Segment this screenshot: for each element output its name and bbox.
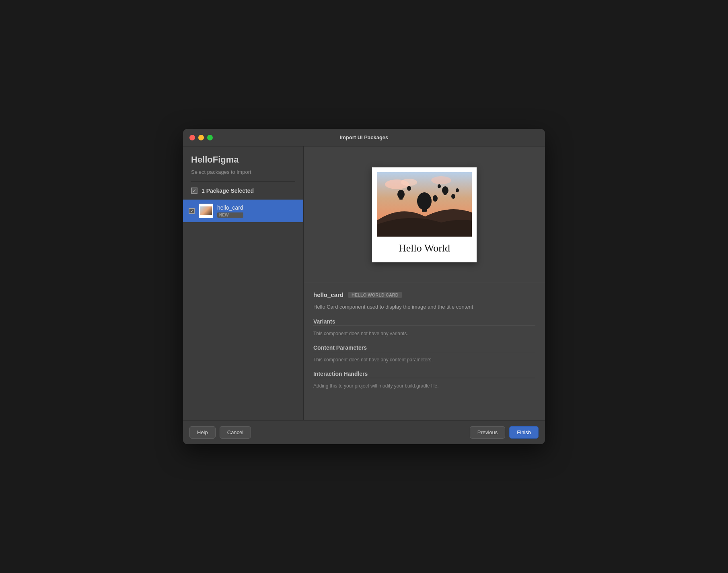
detail-description: Hello Card component used to display the… (313, 303, 535, 311)
package-list: hello_card NEW (183, 200, 303, 310)
svg-point-12 (451, 194, 455, 199)
footer-right: Previous Finish (470, 426, 539, 439)
sidebar: HelloFigma Select packages to import 1 P… (183, 146, 304, 420)
svg-point-3 (431, 176, 451, 184)
content-params-text: This component does not have any content… (313, 356, 535, 363)
svg-point-10 (433, 195, 438, 202)
package-thumbnail (199, 204, 213, 218)
svg-point-13 (456, 188, 459, 192)
svg-point-4 (417, 192, 432, 210)
window-title: Import UI Packages (340, 134, 389, 140)
svg-point-14 (438, 184, 441, 188)
traffic-lights (189, 135, 213, 140)
maximize-button[interactable] (207, 135, 213, 140)
preview-area: Hello World (304, 146, 545, 283)
card-title: Hello World (377, 242, 472, 254)
detail-header: hello_card HELLO WORLD CARD (313, 291, 535, 298)
select-all-checkbox[interactable] (191, 188, 197, 194)
variants-divider (313, 326, 535, 326)
interaction-text: Adding this to your project will modify … (313, 382, 535, 390)
card-preview: Hello World (372, 167, 477, 262)
main-window: Import UI Packages HelloFigma Select pac… (183, 129, 545, 444)
previous-button[interactable]: Previous (470, 426, 506, 439)
svg-rect-7 (399, 198, 403, 200)
card-image (377, 172, 472, 237)
content-params-title: Content Parameters (313, 344, 535, 351)
detail-area: hello_card HELLO WORLD CARD Hello Card c… (304, 283, 545, 420)
package-name: hello_card (217, 204, 243, 211)
footer-left: Help Cancel (189, 426, 251, 439)
content-area: HelloFigma Select packages to import 1 P… (183, 146, 545, 420)
interaction-divider (313, 378, 535, 378)
cancel-button[interactable]: Cancel (220, 426, 251, 439)
package-selected-row[interactable]: 1 Package Selected (183, 182, 303, 200)
interaction-title: Interaction Handlers (313, 371, 535, 377)
sidebar-header: HelloFigma Select packages to import (183, 146, 303, 181)
package-selected-label: 1 Package Selected (202, 188, 254, 194)
main-content: Hello World hello_card HELLO WORLD CARD … (304, 146, 545, 420)
content-params-divider (313, 352, 535, 352)
titlebar: Import UI Packages (183, 129, 545, 146)
card-image-svg (377, 172, 472, 237)
variants-title: Variants (313, 318, 535, 325)
finish-button[interactable]: Finish (509, 426, 539, 439)
svg-rect-5 (422, 208, 427, 212)
thumbnail-image (200, 206, 212, 215)
package-checkbox[interactable] (189, 208, 195, 214)
detail-badge: HELLO WORLD CARD (348, 292, 402, 298)
app-title: HelloFigma (191, 155, 295, 165)
svg-rect-9 (444, 194, 446, 195)
help-button[interactable]: Help (189, 426, 216, 439)
close-button[interactable] (189, 135, 195, 140)
package-new-badge: NEW (217, 212, 243, 218)
variants-text: This component does not have any variant… (313, 330, 535, 337)
package-item[interactable]: hello_card NEW (183, 200, 303, 222)
svg-point-11 (407, 186, 411, 191)
svg-point-8 (442, 186, 448, 194)
window-footer: Help Cancel Previous Finish (183, 420, 545, 444)
sidebar-subtitle: Select packages to import (191, 169, 295, 175)
minimize-button[interactable] (198, 135, 204, 140)
svg-point-6 (397, 190, 405, 199)
svg-point-2 (401, 179, 417, 186)
package-info: hello_card NEW (217, 204, 243, 218)
detail-package-name: hello_card (313, 291, 343, 298)
